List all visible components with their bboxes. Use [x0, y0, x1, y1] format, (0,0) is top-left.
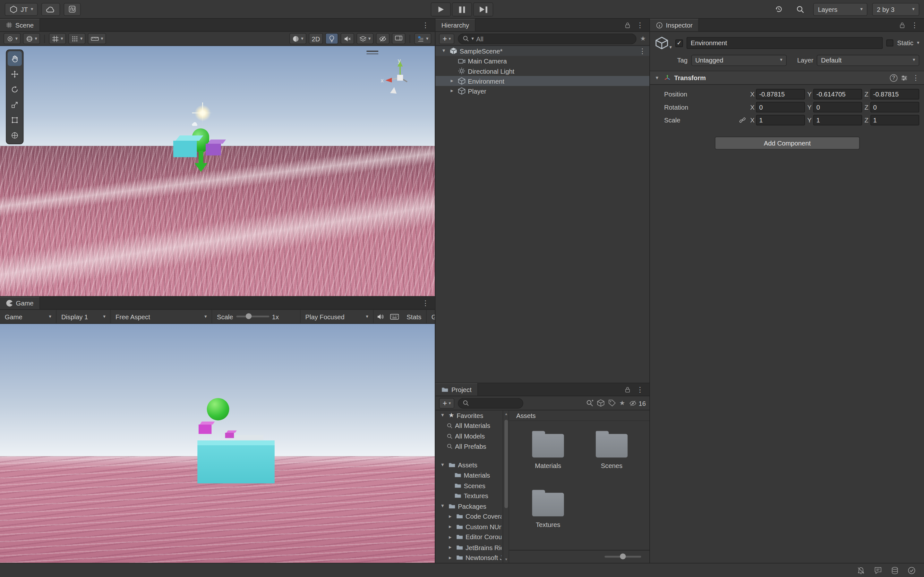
- scene-visibility-toggle[interactable]: [376, 33, 389, 44]
- foldout-closed-icon[interactable]: ▸: [449, 89, 456, 94]
- saved-search-row[interactable]: All Prefabs: [435, 442, 502, 452]
- slider-thumb[interactable]: [246, 313, 251, 319]
- green-arrow-object[interactable]: [199, 151, 204, 163]
- package-row[interactable]: ▸ Newtonsoft Json: [435, 553, 502, 563]
- shading-mode-dropdown[interactable]: ▾: [289, 33, 306, 44]
- lock-icon[interactable]: [899, 21, 905, 29]
- save-search-star-icon[interactable]: ★: [619, 399, 625, 407]
- slider-thumb[interactable]: [620, 554, 626, 559]
- notifications-muted-icon[interactable]: [857, 566, 865, 574]
- active-checkbox[interactable]: ✓: [675, 39, 683, 47]
- step-button[interactable]: [473, 2, 493, 16]
- rotate-tool-button[interactable]: [8, 82, 22, 97]
- tab-project[interactable]: Project: [435, 384, 478, 396]
- package-row[interactable]: ▸ Custom NUnit: [435, 522, 502, 532]
- transform-tool-button[interactable]: [8, 128, 22, 143]
- tool-handle-position-dropdown[interactable]: ▾: [3, 33, 21, 44]
- tag-dropdown[interactable]: Untagged ▾: [691, 55, 787, 66]
- view-options-handle[interactable]: [367, 51, 378, 56]
- static-checkbox[interactable]: [887, 39, 893, 47]
- foldout-open-icon[interactable]: ▾: [654, 75, 661, 81]
- scale-z-field[interactable]: 1: [870, 115, 919, 125]
- asset-folder-row[interactable]: Materials: [435, 470, 502, 480]
- foldout-closed-icon[interactable]: ▸: [447, 514, 454, 519]
- layer-dropdown[interactable]: Default ▾: [817, 55, 919, 66]
- version-control-button[interactable]: [64, 3, 81, 15]
- position-y-field[interactable]: -0.614705: [813, 89, 862, 99]
- layout-dropdown[interactable]: 2 by 3 ▾: [872, 3, 919, 15]
- virtual-keyboard-button[interactable]: [387, 309, 402, 323]
- undo-history-button[interactable]: [771, 3, 787, 15]
- scene-row-menu-button[interactable]: ⋮: [638, 47, 647, 55]
- scene-menu-button[interactable]: ⋮: [421, 21, 430, 29]
- game-menu-button[interactable]: ⋮: [421, 300, 430, 306]
- create-asset-button[interactable]: +▾: [439, 398, 454, 408]
- effects-dropdown[interactable]: ▾: [357, 33, 373, 44]
- folder-tile-scenes[interactable]: Scenes: [583, 434, 640, 469]
- stats-button[interactable]: Stats: [402, 309, 427, 323]
- layers-dropdown[interactable]: Layers ▾: [813, 3, 867, 15]
- scene-viewport[interactable]: y x: [0, 46, 435, 296]
- package-row[interactable]: ▸ Code Coverage: [435, 511, 502, 522]
- play-button[interactable]: [431, 2, 451, 16]
- display-dropdown[interactable]: Display 1▾: [57, 309, 111, 323]
- grid-axis-dropdown[interactable]: ▾: [414, 33, 431, 44]
- lighting-toggle[interactable]: [325, 33, 338, 44]
- help-icon[interactable]: ?: [890, 74, 897, 82]
- folder-tile-materials[interactable]: Materials: [520, 434, 576, 469]
- snap-settings-dropdown[interactable]: ▾: [68, 33, 86, 44]
- tab-hierarchy[interactable]: Hierarchy: [435, 19, 475, 31]
- static-dropdown-icon[interactable]: ▾: [917, 41, 919, 45]
- rect-tool-button[interactable]: [8, 113, 22, 127]
- hand-tool-button[interactable]: [8, 51, 22, 66]
- project-search-input[interactable]: [458, 398, 523, 408]
- rotation-z-field[interactable]: 0: [870, 102, 919, 113]
- assets-root-row[interactable]: ▾ Assets: [435, 460, 502, 470]
- position-z-field[interactable]: -0.87815: [870, 89, 919, 99]
- hidden-packages-toggle[interactable]: 16: [628, 400, 646, 406]
- favorites-root-row[interactable]: ▾ ★ Favorites: [435, 410, 502, 421]
- console-messages-icon[interactable]: [874, 566, 882, 574]
- saved-search-row[interactable]: All Models: [435, 431, 502, 441]
- saved-search-row[interactable]: All Materials: [435, 421, 502, 431]
- rotation-y-field[interactable]: 0: [813, 102, 862, 113]
- scale-x-field[interactable]: 1: [756, 115, 805, 125]
- folder-tile-textures[interactable]: Textures: [520, 493, 576, 528]
- hierarchy-item-main-camera[interactable]: Main Camera: [435, 56, 649, 66]
- project-tree-scrollbar[interactable]: ▴ ▾: [503, 410, 509, 563]
- hierarchy-search-input[interactable]: ▾ All: [458, 33, 636, 44]
- presets-icon[interactable]: [901, 74, 908, 82]
- camera-preview-toggle[interactable]: [392, 33, 405, 44]
- hierarchy-menu-button[interactable]: ⋮: [635, 21, 645, 29]
- move-tool-button[interactable]: [8, 67, 22, 81]
- hierarchy-item-player[interactable]: ▸ Player: [435, 86, 649, 96]
- package-row[interactable]: ▸ Editor Coroutines: [435, 532, 502, 542]
- tab-inspector[interactable]: Inspector: [650, 19, 699, 31]
- scene-root-row[interactable]: ▾ SampleScene* ⋮: [435, 46, 649, 56]
- 2d-toggle[interactable]: 2D: [309, 33, 323, 44]
- inspector-menu-button[interactable]: ⋮: [910, 21, 919, 29]
- gameobject-cube-icon[interactable]: ▾: [655, 36, 672, 50]
- search-by-type-icon[interactable]: [586, 399, 594, 407]
- gizmos-dropdown[interactable]: Gizmos▾: [427, 309, 435, 323]
- hierarchy-item-directional-light[interactable]: Directional Light: [435, 66, 649, 76]
- package-row[interactable]: ▸ JetBrains Rider Editor: [435, 542, 502, 553]
- hierarchy-item-environment[interactable]: ▸ Environment: [435, 76, 649, 86]
- progress-check-icon[interactable]: [908, 566, 916, 574]
- tool-handle-rotation-dropdown[interactable]: ▾: [23, 33, 40, 44]
- scale-y-field[interactable]: 1: [813, 115, 862, 125]
- purple-cube-object[interactable]: [206, 139, 221, 155]
- asset-folder-row[interactable]: Textures: [435, 491, 502, 501]
- orientation-gizmo[interactable]: y x: [380, 56, 421, 98]
- account-menu-button[interactable]: JT ▾: [5, 3, 38, 15]
- foldout-open-icon[interactable]: ▾: [439, 504, 446, 509]
- lock-icon[interactable]: [625, 386, 630, 393]
- global-search-button[interactable]: [792, 3, 809, 15]
- foldout-open-icon[interactable]: ▾: [439, 413, 446, 418]
- foldout-closed-icon[interactable]: ▸: [447, 555, 454, 561]
- lock-icon[interactable]: [625, 21, 630, 29]
- tab-scene[interactable]: Scene: [0, 19, 40, 31]
- audio-toggle[interactable]: [341, 33, 354, 44]
- packages-root-row[interactable]: ▾ Packages: [435, 501, 502, 511]
- foldout-closed-icon[interactable]: ▸: [447, 524, 454, 530]
